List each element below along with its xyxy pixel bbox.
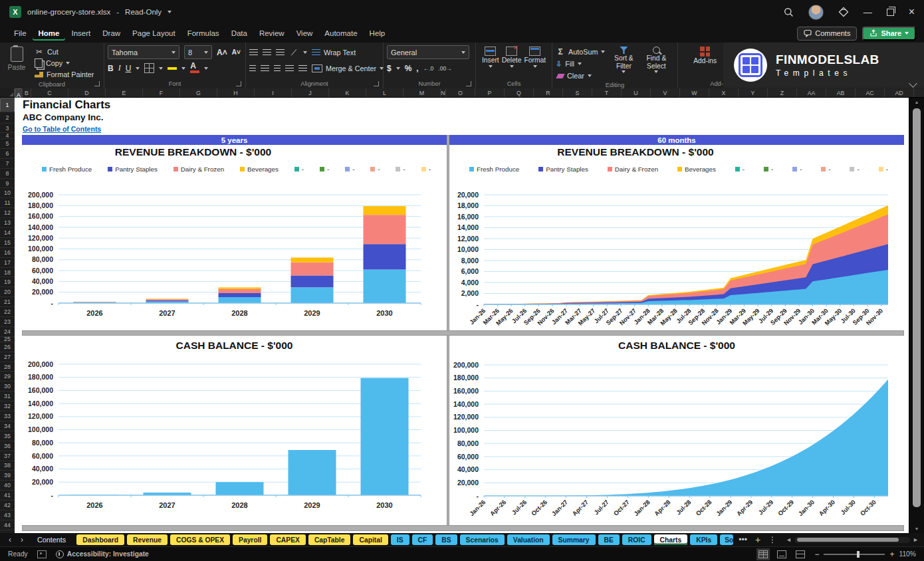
font-color-button[interactable]: A (190, 63, 199, 72)
alignment-dialog-launcher[interactable] (374, 81, 379, 86)
row-header-18[interactable]: 18 (0, 268, 15, 278)
grow-font-button[interactable]: A˄ (217, 48, 227, 57)
align-middle-button[interactable] (263, 49, 271, 56)
vertical-scrollbar[interactable]: ▲ ▼ (909, 98, 924, 533)
horizontal-scroll-thumb[interactable] (797, 538, 899, 542)
sheet-tab-summary[interactable]: Summary (552, 534, 596, 545)
sheet-tab-roic[interactable]: ROIC (622, 534, 651, 545)
row-header-37[interactable]: 37 (0, 451, 15, 461)
row-header-21[interactable]: 21 (0, 297, 15, 307)
column-header-Q[interactable]: Q (505, 88, 534, 97)
menu-data[interactable]: Data (225, 26, 253, 41)
row-header-2[interactable]: 2 (0, 112, 15, 124)
share-button[interactable]: Share (862, 27, 916, 41)
sheet-tab-so[interactable]: So (720, 534, 733, 545)
row-header-22[interactable]: 22 (0, 307, 15, 317)
row-header-32[interactable]: 32 (0, 401, 15, 411)
row-header-30[interactable]: 30 (0, 382, 15, 392)
column-header-J[interactable]: J (292, 88, 329, 97)
row-header-16[interactable]: 16 (0, 248, 15, 258)
align-bottom-button[interactable] (276, 49, 285, 56)
menu-page-layout[interactable]: Page Layout (126, 26, 181, 41)
addins-button[interactable]: Add-ins (693, 45, 717, 65)
menu-review[interactable]: Review (253, 26, 290, 41)
bold-button[interactable]: B (108, 64, 114, 73)
fill-color-caret[interactable] (181, 67, 185, 70)
delete-cells-button[interactable]: Delete (502, 45, 522, 68)
menu-home[interactable]: Home (33, 26, 66, 41)
merge-center-button[interactable]: Merge & Center (312, 63, 384, 74)
column-header-B[interactable]: B (23, 88, 31, 97)
tab-scroll-left-icon[interactable]: ‹ (5, 536, 15, 544)
zoom-in-button[interactable]: + (889, 550, 894, 559)
column-header-G[interactable]: G (180, 88, 217, 97)
sheet-tab-captable[interactable]: CapTable (308, 534, 351, 545)
column-header-AB[interactable]: AB (826, 88, 856, 97)
row-header-9[interactable]: 9 (0, 179, 15, 189)
menu-help[interactable]: Help (364, 26, 392, 41)
row-header-41[interactable]: 41 (0, 491, 15, 501)
row-header-19[interactable]: 19 (0, 277, 15, 287)
chart-revenue-60m[interactable]: -2,0004,0006,0008,00010,00012,00014,0001… (449, 145, 904, 330)
accessibility-status[interactable]: Accessibility: Investigate (56, 550, 149, 558)
column-header-M[interactable]: M (404, 88, 441, 97)
sheet-tab-capex[interactable]: CAPEX (270, 534, 305, 545)
horizontal-scrollbar[interactable]: ◄ ► (786, 536, 919, 543)
font-size-select[interactable]: 8 (184, 45, 212, 59)
vertical-scroll-thumb[interactable] (913, 108, 921, 507)
row-header-29[interactable]: 29 (0, 372, 15, 382)
row-header-36[interactable]: 36 (0, 441, 15, 451)
row-header-26[interactable]: 26 (0, 342, 15, 352)
chart-cash-60m[interactable]: -20,00040,00060,00080,000100,000120,0001… (449, 336, 904, 525)
comma-style-button[interactable]: , (416, 64, 418, 73)
column-header-R[interactable]: R (534, 88, 563, 97)
clipboard-dialog-launcher[interactable] (94, 81, 100, 86)
column-header-L[interactable]: L (366, 88, 404, 97)
row-header-42[interactable]: 42 (0, 501, 15, 510)
column-header-Y[interactable]: Y (739, 88, 768, 97)
column-header-C[interactable]: C (31, 88, 68, 97)
column-header-X[interactable]: X (709, 88, 739, 97)
sheet-tab-scenarios[interactable]: Scenarios (460, 534, 505, 545)
diamond-icon[interactable] (838, 7, 849, 17)
zoom-slider-thumb[interactable] (857, 551, 860, 558)
column-header-Z[interactable]: Z (768, 88, 797, 97)
sheet-tab-revenue[interactable]: Revenue (127, 534, 168, 545)
font-name-select[interactable]: Tahoma (108, 45, 179, 59)
sheet-tab-cf[interactable]: CF (412, 534, 433, 545)
menu-formulas[interactable]: Formulas (181, 26, 225, 41)
column-header-T[interactable]: T (592, 88, 622, 97)
row-header-15[interactable]: 15 (0, 238, 15, 248)
row-header-39[interactable]: 39 (0, 471, 15, 481)
row-header-20[interactable]: 20 (0, 287, 15, 297)
font-dialog-launcher[interactable] (236, 81, 241, 86)
column-header-F[interactable]: F (143, 88, 180, 97)
scroll-down-icon[interactable]: ▼ (909, 526, 924, 531)
column-header-N[interactable]: N (441, 88, 446, 97)
row-header-7[interactable]: 7 (0, 159, 15, 169)
column-header-I[interactable]: I (255, 88, 292, 97)
sheet-tab-payroll[interactable]: Payroll (233, 534, 267, 545)
column-header-AC[interactable]: AC (856, 88, 885, 97)
menu-view[interactable]: View (290, 26, 319, 41)
chart-revenue-5y[interactable]: -20,00040,00060,00080,000100,000120,0001… (22, 145, 447, 330)
sheet-tab-be[interactable]: BE (598, 534, 620, 545)
row-header-27[interactable]: 27 (0, 352, 15, 362)
row-header-6[interactable]: 6 (0, 149, 15, 159)
row-header-10[interactable]: 10 (0, 188, 15, 198)
borders-caret[interactable] (159, 67, 163, 70)
minimize-button[interactable]: — (864, 8, 872, 17)
close-button[interactable]: × (909, 7, 915, 17)
column-header-P[interactable]: P (475, 88, 505, 97)
fill-button[interactable]: ⇩Fill (556, 58, 605, 69)
readonly-badge[interactable]: Read-Only (125, 8, 162, 16)
align-center-button[interactable] (261, 65, 269, 72)
hscroll-right-icon[interactable]: ► (913, 536, 919, 543)
shrink-font-button[interactable]: A˅ (232, 49, 241, 56)
accounting-format-button[interactable]: $ (387, 64, 392, 73)
copy-button[interactable]: Copy (35, 58, 94, 68)
italic-button[interactable]: I (118, 63, 121, 73)
row-header-34[interactable]: 34 (0, 421, 15, 431)
sheet-tab-bs[interactable]: BS (435, 534, 457, 545)
fill-color-button[interactable] (168, 66, 177, 70)
